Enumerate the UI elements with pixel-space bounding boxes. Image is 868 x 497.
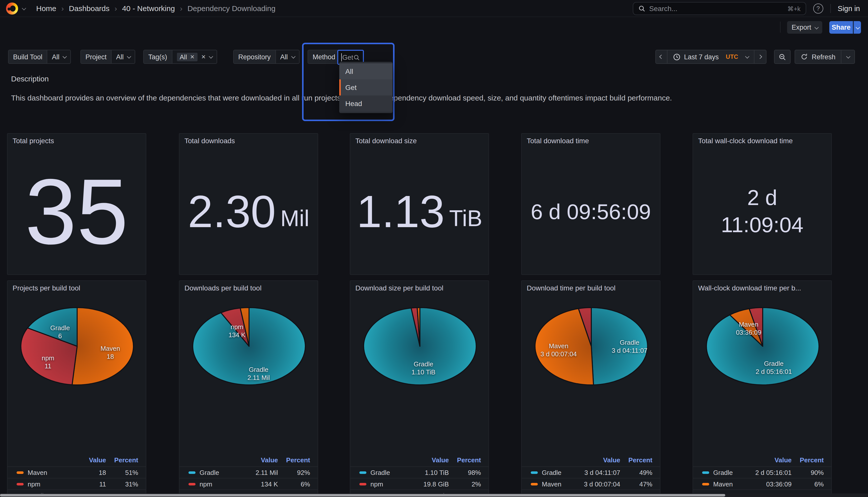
series-swatch: [531, 471, 538, 474]
series-swatch: [702, 471, 709, 474]
filter-label: Build Tool: [8, 50, 47, 64]
legend-percent-header[interactable]: Percent: [286, 454, 310, 466]
panel-title[interactable]: Total download size: [355, 137, 417, 145]
breadcrumb-dashboards[interactable]: Dashboards: [69, 4, 110, 13]
stat-value: 1.13 TiB: [350, 149, 488, 274]
dropdown-option-get-selected[interactable]: Get: [339, 80, 393, 96]
panel-title[interactable]: Total download time: [527, 137, 589, 145]
legend-value-header[interactable]: Value: [261, 454, 278, 466]
chevron-down-icon: [291, 54, 295, 59]
legend-value-header[interactable]: Value: [89, 454, 106, 466]
search-shortcut-badge: ⌘+k: [787, 5, 800, 12]
pie-chart[interactable]: [350, 281, 489, 394]
panel-title[interactable]: Total wall-clock download time: [698, 137, 793, 145]
chevron-down-icon: [814, 25, 819, 29]
pie-panel-download-time-per-build-tool: Download time per build tool Maven3 d 00…: [521, 280, 660, 497]
stat-value: 6 d 09:56:09: [522, 149, 660, 274]
breadcrumb-separator: ›: [115, 4, 117, 13]
filter-build-tool: Build Tool All: [8, 50, 71, 64]
legend-row[interactable]: Gradle3 d 04:11:0749%: [522, 466, 660, 478]
share-caret-button[interactable]: [853, 21, 861, 34]
breadcrumb: Home › Dashboards › 40 - Networking › De…: [36, 4, 275, 13]
filter-value-button[interactable]: All: [276, 50, 299, 64]
refresh-icon: [801, 53, 808, 60]
panel-title[interactable]: Projects per build tool: [13, 284, 80, 292]
breadcrumb-home[interactable]: Home: [36, 4, 56, 13]
filter-value-button[interactable]: All✕ ✕: [172, 50, 217, 64]
time-forward-button[interactable]: [754, 50, 766, 64]
chip-close-icon[interactable]: ✕: [190, 54, 195, 60]
legend-value-header[interactable]: Value: [774, 454, 792, 466]
filter-label: Project: [81, 50, 112, 64]
nav-chevron-down-icon[interactable]: [22, 6, 26, 10]
filter-value-button[interactable]: All: [47, 50, 71, 64]
legend-value-header[interactable]: Value: [603, 454, 620, 466]
panel-title[interactable]: Total downloads: [184, 137, 235, 145]
breadcrumb-separator: ›: [61, 4, 64, 13]
legend-row[interactable]: Gradle2 d 05:16:0190%: [693, 466, 831, 478]
zoom-out-button[interactable]: [774, 50, 791, 64]
series-swatch: [17, 471, 24, 474]
chevron-down-icon: [846, 54, 850, 59]
panel-title[interactable]: Wall-clock download time per b...: [698, 284, 801, 292]
breadcrumb-folder[interactable]: 40 - Networking: [122, 4, 175, 13]
legend-percent-header[interactable]: Percent: [628, 454, 652, 466]
legend-row[interactable]: npm1131%: [8, 478, 146, 489]
export-button[interactable]: Export: [787, 21, 822, 34]
stat-panel-total-download-time: Total download time 6 d 09:56:09: [521, 133, 660, 275]
chevron-down-icon: [209, 54, 213, 59]
legend-percent-header[interactable]: Percent: [457, 454, 481, 466]
clear-filter-icon[interactable]: ✕: [201, 54, 205, 60]
time-back-button[interactable]: [655, 50, 667, 64]
top-nav: Home › Dashboards › 40 - Networking › De…: [0, 0, 868, 17]
pie-chart[interactable]: [180, 281, 318, 394]
chevron-left-icon: [659, 55, 664, 59]
refresh-button[interactable]: Refresh: [795, 50, 842, 64]
search-box[interactable]: ⌘+k: [632, 2, 806, 15]
legend-percent-header[interactable]: Percent: [800, 454, 824, 466]
panel-title[interactable]: Total projects: [13, 137, 54, 145]
filter-chip[interactable]: All✕: [177, 53, 198, 61]
controls-divider: [780, 22, 781, 33]
description-text: This dashboard provides an overview of t…: [11, 94, 860, 102]
pie-chart[interactable]: [522, 281, 660, 394]
legend-table: ValuePercent Gradle2 d 05:16:0190% Maven…: [693, 454, 831, 497]
series-swatch: [188, 483, 196, 485]
legend-value-header[interactable]: Value: [432, 454, 449, 466]
pie-chart[interactable]: [8, 281, 146, 394]
search-input[interactable]: [649, 4, 787, 13]
dropdown-option-all[interactable]: All: [339, 63, 393, 80]
nav-divider: [830, 4, 830, 13]
refresh-interval-caret-button[interactable]: [842, 50, 855, 64]
chevron-down-icon: [127, 54, 131, 59]
legend-row[interactable]: npm134 K6%: [180, 478, 318, 489]
sign-in-link[interactable]: Sign in: [838, 4, 860, 13]
filter-label: Method: [308, 50, 340, 64]
legend-row[interactable]: Gradle1.10 TiB98%: [350, 466, 488, 478]
share-button[interactable]: Share: [829, 21, 853, 34]
breadcrumb-current: Dependency Downloading: [187, 4, 275, 13]
panel-title[interactable]: Downloads per build tool: [184, 284, 261, 292]
legend-row[interactable]: Maven03:36:096%: [693, 478, 831, 489]
legend-row[interactable]: Maven1851%: [8, 466, 146, 478]
stat-value: 2.30 Mil: [180, 149, 318, 274]
scrollbar-thumb[interactable]: [0, 494, 725, 497]
grafana-logo-icon[interactable]: [6, 2, 18, 14]
legend-percent-header[interactable]: Percent: [114, 454, 138, 466]
pie-chart[interactable]: [693, 281, 832, 394]
filter-bar: Build Tool All Project All Tag(s) All✕ ✕…: [0, 50, 868, 64]
panel-title[interactable]: Download size per build tool: [355, 284, 443, 292]
dropdown-option-head[interactable]: Head: [339, 96, 393, 112]
stat-value: 2 d11:09:04: [693, 149, 831, 274]
legend-row[interactable]: npm19.8 GiB2%: [350, 478, 488, 489]
time-range-button[interactable]: Last 7 days UTC: [667, 50, 754, 64]
legend-row[interactable]: Maven3 d 00:07:0447%: [522, 478, 660, 489]
legend-row[interactable]: Gradle2.11 Mil92%: [180, 466, 318, 478]
filter-label: Tag(s): [143, 50, 172, 64]
filter-value-button[interactable]: All: [112, 50, 135, 64]
help-icon[interactable]: ?: [813, 3, 823, 14]
pie-panel-wallclock-download-time: Wall-clock download time per b... Maven0…: [693, 280, 832, 497]
stat-panel-total-projects: Total projects 35: [7, 133, 146, 275]
legend-table: ValuePercent Gradle2.11 Mil92% npm134 K6…: [180, 454, 318, 497]
panel-title[interactable]: Download time per build tool: [527, 284, 615, 292]
